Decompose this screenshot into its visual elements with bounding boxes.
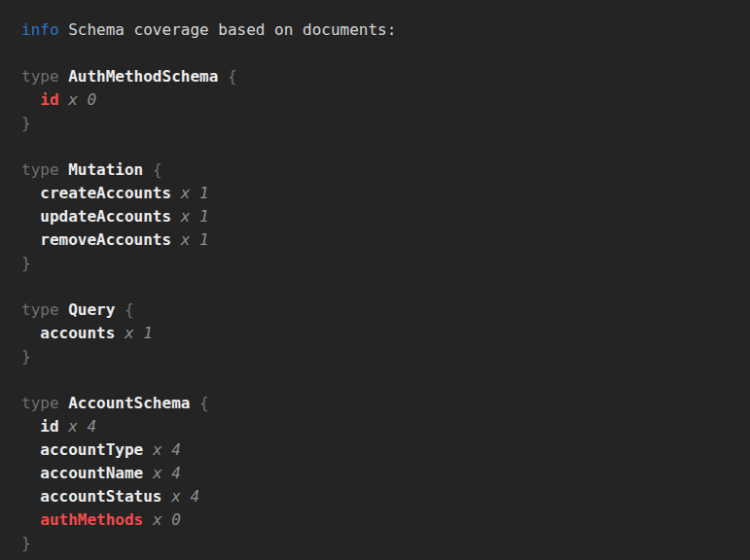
count-value: 0: [171, 510, 181, 529]
count-value: 1: [199, 207, 209, 226]
field-line: createAccounts x 1: [40, 182, 750, 205]
field-count: x 4: [153, 464, 181, 482]
field-count: x 0: [68, 90, 96, 109]
field-name: removeAccounts: [40, 230, 171, 249]
field-count: x 1: [181, 184, 209, 202]
field-name: id: [40, 90, 58, 109]
multiply-symbol: x: [68, 90, 78, 109]
info-line: info Schema coverage based on documents:: [21, 18, 750, 42]
field-name: accountName: [40, 464, 143, 482]
info-label: info: [21, 20, 59, 39]
field-line: accountStatus x 4: [40, 485, 750, 508]
multiply-symbol: x: [181, 230, 191, 249]
type-declaration: type Query {: [21, 298, 750, 322]
field-name: id: [40, 417, 58, 436]
type-declaration: type Mutation {: [21, 158, 750, 182]
type-keyword: type: [21, 67, 59, 86]
count-value: 4: [171, 440, 181, 459]
count-value: 4: [171, 464, 181, 482]
field-count: x 4: [153, 440, 181, 459]
field-count: x 0: [153, 510, 181, 529]
count-value: 0: [87, 90, 96, 109]
open-brace: {: [153, 160, 162, 179]
multiply-symbol: x: [171, 487, 181, 506]
multiply-symbol: x: [153, 464, 162, 482]
close-brace: }: [21, 254, 31, 272]
field-count: x 1: [181, 230, 209, 249]
multiply-symbol: x: [181, 184, 191, 202]
count-value: 1: [143, 324, 153, 342]
field-name: createAccounts: [40, 184, 171, 202]
close-brace: }: [21, 347, 31, 366]
type-name: AuthMethodSchema: [68, 67, 218, 86]
field-line: updateAccounts x 1: [40, 205, 750, 228]
field-line: accountType x 4: [40, 438, 750, 462]
field-name: authMethods: [40, 510, 143, 529]
multiply-symbol: x: [153, 440, 162, 459]
count-value: 4: [87, 417, 96, 436]
type-name: Mutation: [68, 160, 143, 179]
field-line: accountName x 4: [40, 462, 750, 485]
field-name: updateAccounts: [40, 207, 171, 226]
field-line: removeAccounts x 1: [40, 228, 750, 252]
type-name: Query: [68, 300, 115, 319]
count-value: 1: [199, 184, 209, 202]
field-line: id x 4: [40, 415, 750, 438]
field-name: accounts: [40, 324, 115, 342]
terminal-output: info Schema coverage based on documents:…: [0, 0, 750, 555]
count-value: 4: [190, 487, 199, 506]
close-brace-line: }: [21, 112, 750, 135]
type-name: AccountSchema: [68, 394, 190, 412]
type-keyword: type: [21, 394, 59, 412]
type-keyword: type: [21, 300, 59, 319]
field-name: accountStatus: [40, 487, 161, 506]
blank-line: [21, 368, 750, 392]
field-line: accounts x 1: [40, 322, 750, 345]
field-count: x 4: [68, 417, 96, 436]
field-count: x 1: [181, 207, 209, 226]
type-keyword: type: [21, 160, 59, 179]
multiply-symbol: x: [68, 417, 78, 436]
blank-line: [21, 275, 750, 298]
open-brace: {: [228, 67, 237, 86]
close-brace-line: }: [21, 345, 750, 368]
field-line: authMethods x 0: [40, 508, 750, 532]
field-name: accountType: [40, 440, 143, 459]
field-line: id x 0: [40, 88, 750, 112]
open-brace: {: [125, 300, 134, 319]
count-value: 1: [199, 230, 209, 249]
field-count: x 4: [171, 487, 199, 506]
blank-line: [21, 42, 750, 65]
open-brace: {: [199, 394, 209, 412]
multiply-symbol: x: [181, 207, 191, 226]
field-count: x 1: [125, 324, 153, 342]
close-brace: }: [21, 114, 31, 132]
close-brace-line: }: [21, 532, 750, 555]
close-brace-line: }: [21, 252, 750, 275]
info-message: Schema coverage based on documents:: [68, 20, 396, 39]
multiply-symbol: x: [125, 324, 134, 342]
multiply-symbol: x: [153, 510, 162, 529]
close-brace: }: [21, 534, 31, 552]
blank-line: [21, 135, 750, 158]
type-declaration: type AccountSchema {: [21, 392, 750, 415]
type-declaration: type AuthMethodSchema {: [21, 65, 750, 88]
